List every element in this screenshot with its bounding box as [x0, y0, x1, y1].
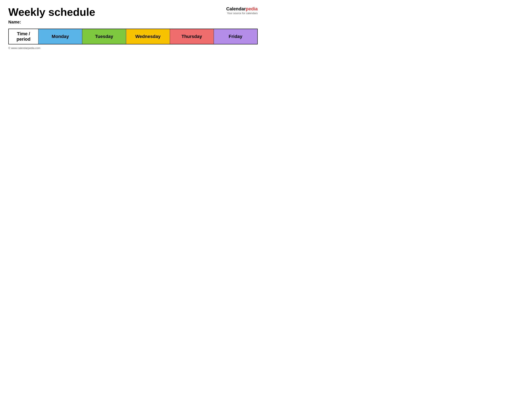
header-monday: Monday	[38, 29, 82, 44]
table-header-row: Time / period Monday Tuesday Wednesday T…	[8, 29, 258, 44]
name-label: Name:	[8, 20, 95, 25]
logo-area: Calendarpedia Your source for calendars	[226, 6, 258, 15]
header-tuesday: Tuesday	[82, 29, 126, 44]
page-title: Weekly schedule	[8, 6, 95, 18]
logo-text: Calendarpedia	[226, 6, 258, 12]
schedule-table: Time / period Monday Tuesday Wednesday T…	[8, 29, 258, 44]
header-thursday: Thursday	[170, 29, 214, 44]
header-friday: Friday	[214, 29, 258, 44]
title-area: Weekly schedule Name:	[8, 6, 95, 25]
header-wednesday: Wednesday	[126, 29, 170, 44]
header-time-period: Time / period	[8, 29, 38, 44]
logo-calendar: Calendar	[226, 6, 246, 12]
footer: © www.calendarpedia.com	[8, 47, 258, 49]
footer-url: © www.calendarpedia.com	[8, 47, 40, 49]
logo-subtitle: Your source for calendars	[227, 12, 258, 15]
logo-pedia: pedia	[246, 6, 258, 12]
header-section: Weekly schedule Name: Calendarpedia Your…	[8, 6, 258, 25]
